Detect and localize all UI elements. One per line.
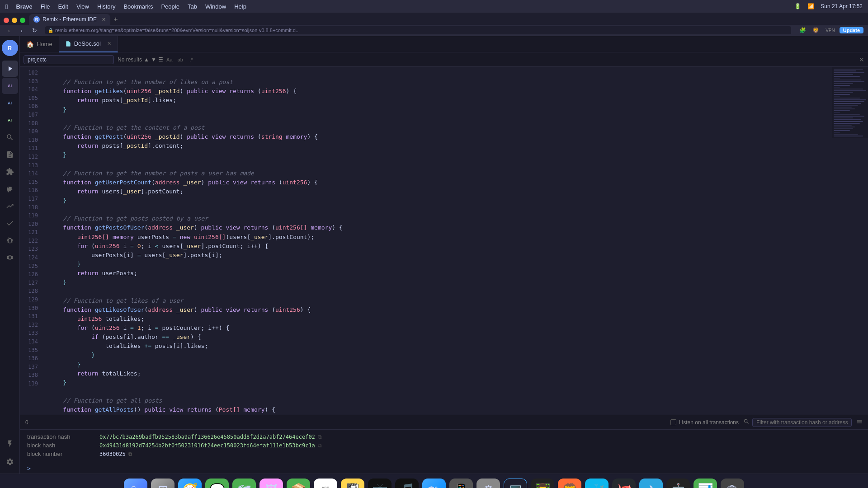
bookmarks-menu[interactable]: Bookmarks [123,3,153,10]
dock-github[interactable]: 🐙 [612,479,636,488]
address-bar[interactable]: 🔒 remix.ethereum.org/#lang=en&optimize=f… [45,26,791,34]
match-case-button[interactable]: Aa [165,55,174,64]
window-minimize-button[interactable] [12,18,17,23]
tx-hash-value: 0x77bc7b3a269badfb952583ba9aff136626e458… [99,434,315,440]
block-number-copy-button[interactable]: ⧉ [128,451,132,457]
search-prev-button[interactable]: ▲ [144,56,149,63]
tx-hash-copy-button[interactable]: ⧉ [318,434,322,440]
block-number-value: 36030025 [99,451,126,457]
code-line-117 [49,205,832,214]
dock-docker[interactable]: 🐳 [585,479,609,488]
new-tab-button[interactable]: + [110,14,121,25]
dock-trash[interactable]: 🗑 [721,479,744,488]
wifi-icon: 📶 [807,3,814,9]
filter-input[interactable] [752,418,852,427]
dock-music[interactable]: 🎵 [395,479,419,488]
window-maximize-button[interactable] [20,18,25,23]
dock-tv[interactable]: 📺 [368,479,392,488]
back-button[interactable]: ‹ [5,27,14,34]
code-line-126 [49,287,832,296]
dock-systemprefs[interactable]: ⚙ [476,479,500,488]
dock-iphone[interactable]: 📱 [449,479,473,488]
filter-search-icon[interactable] [743,418,750,426]
ai3-icon[interactable]: AI [2,112,18,128]
extension-sidebar-icon[interactable] [2,249,18,266]
debug-sidebar-icon[interactable] [2,232,18,249]
dock-cursor[interactable]: 👨‍💻 [531,479,554,488]
code-line-110: return posts[_postId].content; [49,141,832,150]
file-sidebar-icon[interactable] [2,146,18,163]
dock-calendar[interactable]: APR21 [314,479,337,488]
file-tab-label: DeSoc.sol [74,40,101,47]
dock-numbers[interactable]: 📊 [693,479,717,488]
tab-close-icon[interactable]: ✕ [107,41,111,47]
dock-brave[interactable]: 🦁 [558,479,581,488]
left-sidebar: R AI AI AI [0,36,20,474]
search-close-button[interactable]: ✕ [859,56,864,63]
dock-facetime[interactable]: 📦 [287,479,310,488]
code-line-122: userPosts[i] = users[_user].posts[i]; [49,251,832,260]
panel-settings-icon[interactable] [856,418,863,426]
run-icon[interactable] [2,61,18,77]
forward-button[interactable]: › [17,27,26,34]
browser-tab-active[interactable]: R Remix - Ethereum IDE ✕ [29,14,110,25]
window-close-button[interactable] [4,18,9,23]
git-sidebar-icon[interactable] [2,181,18,197]
file-tab-icon [65,41,71,47]
lightning-sidebar-icon[interactable] [2,436,18,452]
ai2-icon[interactable]: AI [2,95,18,111]
code-line-105: return posts[_postId].likes; [49,96,832,105]
search-list-button[interactable]: ☰ [158,56,163,63]
dock-notes[interactable]: 📓 [341,479,364,488]
edit-menu[interactable]: Edit [58,3,68,10]
dock-appstore[interactable]: 🛍 [422,479,446,488]
brave-icon[interactable]: 🦁 [811,27,821,34]
extensions-icon[interactable]: 🧩 [797,27,808,34]
update-button[interactable]: Update [840,27,863,33]
listen-checkbox[interactable] [670,419,676,425]
code-editor[interactable]: 102 103 104 105 106 107 108 109 110 111 … [20,67,868,415]
dock-vscode[interactable]: 💻 [504,479,527,488]
plugin-sidebar-icon[interactable] [2,164,18,180]
dock-maps[interactable]: 🗺 [232,479,256,488]
app-name[interactable]: Brave [16,3,32,10]
search-sidebar-icon[interactable] [2,129,18,145]
ai1-icon[interactable]: AI [2,78,18,94]
history-menu[interactable]: History [97,3,115,10]
file-menu[interactable]: File [41,3,50,10]
whole-word-button[interactable]: ab [176,55,185,64]
dock-messages[interactable]: 💬 [205,479,229,488]
dock-safari[interactable]: 🧭 [178,479,202,488]
dock-finder[interactable]: 🗂 [124,479,147,488]
dock-telegram[interactable]: ✈ [639,479,663,488]
code-line-116: } [49,196,832,205]
dock-copilot[interactable]: 🤖 [666,479,690,488]
regex-button[interactable]: .* [187,55,196,64]
clock: Sun 21 Apr 17:52 [821,3,863,9]
macos-menubar:  Brave File Edit View History Bookmarks… [0,0,868,13]
check-sidebar-icon[interactable] [2,215,18,231]
code-line-131: if (posts[i].author == _user) { [49,333,832,342]
tab-close-button[interactable]: ✕ [102,17,106,23]
home-tab-label: Home [37,41,52,47]
help-menu[interactable]: Help [234,3,246,10]
dock-launchpad[interactable]: ⊞ [151,479,175,488]
search-next-button[interactable]: ▼ [151,56,156,63]
listen-row: Listen on all transactions [670,418,863,427]
vpn-label[interactable]: VPN [824,28,837,33]
apple-menu[interactable]:  [5,3,8,10]
code-line-121: for (uint256 i = 0; i < users[_user].pos… [49,242,832,251]
search-input[interactable] [24,55,114,64]
settings-sidebar-icon[interactable] [2,454,18,470]
tab-menu[interactable]: Tab [188,3,197,10]
block-hash-copy-button[interactable]: ⧉ [318,442,322,449]
reload-button[interactable]: ↻ [30,27,39,34]
home-tab[interactable]: 🏠 Home [20,36,59,52]
desoc-tab[interactable]: DeSoc.sol ✕ [59,36,118,52]
analytics-sidebar-icon[interactable] [2,198,18,214]
sidebar-bottom [2,436,18,470]
dock-photos[interactable]: 🖼 [259,479,283,488]
people-menu[interactable]: People [161,3,179,10]
window-menu[interactable]: Window [205,3,226,10]
view-menu[interactable]: View [76,3,89,10]
